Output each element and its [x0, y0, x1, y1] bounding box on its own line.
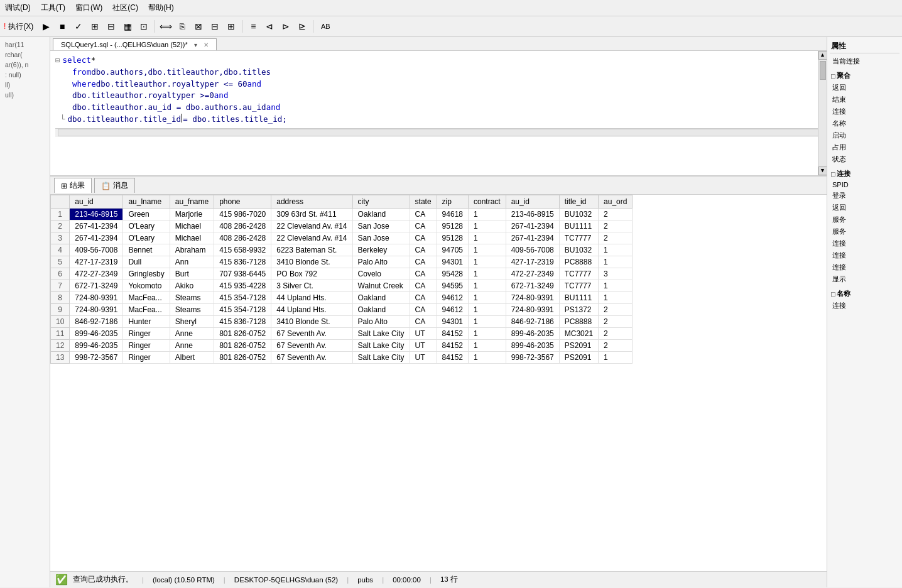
table-cell[interactable]: CA [410, 256, 437, 268]
table-cell[interactable]: 95428 [437, 268, 468, 280]
toolbar-btn7[interactable]: ⊠ [191, 19, 206, 34]
table-cell[interactable]: 22 Cleveland Av. #14 [271, 220, 352, 232]
table-cell[interactable]: TC7777 [559, 280, 598, 292]
table-cell[interactable]: 3 [599, 268, 633, 280]
col-contract[interactable]: contract [468, 195, 506, 209]
table-cell[interactable]: 94301 [437, 256, 468, 268]
right-section-item[interactable]: 结束 [830, 94, 899, 106]
table-cell[interactable]: 1 [468, 340, 506, 352]
table-cell[interactable]: PC8888 [559, 256, 598, 268]
table-cell[interactable]: UT [410, 340, 437, 352]
table-cell[interactable]: 2 [599, 232, 633, 244]
table-cell[interactable]: 415 935-4228 [214, 280, 271, 292]
right-collapse-2[interactable]: □ 连接 [830, 168, 899, 180]
col-au_lname[interactable]: au_lname [123, 195, 170, 209]
table-cell[interactable]: 2 [51, 220, 70, 232]
table-cell[interactable]: UT [410, 328, 437, 340]
table-cell[interactable]: 415 354-7128 [214, 304, 271, 316]
table-cell[interactable]: 1 [468, 328, 506, 340]
table-cell[interactable]: 724-80-9391 [506, 292, 559, 304]
table-cell[interactable]: 95128 [437, 232, 468, 244]
tab-close-button[interactable]: ✕ [204, 41, 209, 48]
menu-debug[interactable]: 调试(D) [5, 3, 31, 13]
table-cell[interactable]: MacFea... [123, 304, 170, 316]
table-cell[interactable]: 724-80-9391 [70, 292, 123, 304]
menu-window[interactable]: 窗口(W) [75, 3, 102, 13]
table-cell[interactable]: Burt [170, 268, 214, 280]
toolbar-btn6[interactable]: ⎘ [175, 19, 190, 34]
table-cell[interactable]: CA [410, 304, 437, 316]
table-cell[interactable]: MacFea... [123, 292, 170, 304]
table-cell[interactable]: 11 [51, 328, 70, 340]
toolbar-btn1[interactable]: ⊞ [87, 19, 102, 34]
right-section-item[interactable]: 服务 [830, 214, 899, 226]
table-cell[interactable]: 472-27-2349 [70, 268, 123, 280]
check-button[interactable]: ✓ [71, 19, 86, 34]
right-section-item[interactable]: 服务 [830, 226, 899, 237]
table-cell[interactable]: 899-46-2035 [506, 340, 559, 352]
table-cell[interactable]: Akiko [170, 280, 214, 292]
table-cell[interactable]: Bennet [123, 244, 170, 256]
table-cell[interactable]: Covelo [352, 268, 410, 280]
table-cell[interactable]: Salt Lake City [352, 340, 410, 352]
toolbar-btn12[interactable]: ⊳ [278, 19, 293, 34]
table-cell[interactable]: 1 [468, 292, 506, 304]
table-cell[interactable]: 3410 Blonde St. [271, 256, 352, 268]
right-section-item[interactable]: 连接 [830, 300, 899, 312]
table-cell[interactable]: 672-71-3249 [70, 280, 123, 292]
table-row[interactable]: 8724-80-9391MacFea...Steams415 354-71284… [51, 292, 633, 304]
table-row[interactable]: 2267-41-2394O'LearyMichael408 286-242822… [51, 220, 633, 232]
table-cell[interactable]: 1 [51, 209, 70, 220]
table-cell[interactable]: Sheryl [170, 316, 214, 328]
table-cell[interactable]: 1 [468, 232, 506, 244]
table-cell[interactable]: CA [410, 220, 437, 232]
col-city[interactable]: city [352, 195, 410, 209]
table-row[interactable]: 6472-27-2349GringlesbyBurt707 938-6445PO… [51, 268, 633, 280]
run-button[interactable]: ▶ [38, 19, 53, 34]
table-cell[interactable]: 3 [51, 232, 70, 244]
table-cell[interactable]: San Jose [352, 220, 410, 232]
toolbar-btn14[interactable]: AB [317, 19, 334, 34]
table-cell[interactable]: CA [410, 209, 437, 220]
table-cell[interactable]: 10 [51, 316, 70, 328]
table-cell[interactable]: BU1032 [559, 244, 598, 256]
table-cell[interactable]: Salt Lake City [352, 328, 410, 340]
table-cell[interactable]: 1 [468, 244, 506, 256]
toolbar-btn13[interactable]: ⊵ [295, 19, 310, 34]
table-cell[interactable]: San Jose [352, 232, 410, 244]
table-cell[interactable]: 3 Silver Ct. [271, 280, 352, 292]
table-cell[interactable]: 4 [51, 244, 70, 256]
table-cell[interactable]: 427-17-2319 [506, 256, 559, 268]
table-cell[interactable]: CA [410, 244, 437, 256]
table-cell[interactable]: Ringer [123, 328, 170, 340]
table-cell[interactable]: 899-46-2035 [70, 328, 123, 340]
col-state[interactable]: state [410, 195, 437, 209]
table-cell[interactable]: 84152 [437, 340, 468, 352]
right-section-item[interactable]: SPID [830, 180, 899, 190]
table-cell[interactable]: CA [410, 268, 437, 280]
table-cell[interactable]: 95128 [437, 220, 468, 232]
table-cell[interactable]: 1 [468, 316, 506, 328]
col-au_id2[interactable]: au_id [506, 195, 559, 209]
table-cell[interactable]: 1 [468, 256, 506, 268]
table-cell[interactable]: CA [410, 316, 437, 328]
table-cell[interactable]: 672-71-3249 [506, 280, 559, 292]
table-cell[interactable]: 5 [51, 256, 70, 268]
col-zip[interactable]: zip [437, 195, 468, 209]
table-cell[interactable]: Michael [170, 232, 214, 244]
toolbar-btn11[interactable]: ⊲ [262, 19, 277, 34]
table-cell[interactable]: 84152 [437, 352, 468, 364]
table-cell[interactable]: 1 [599, 352, 633, 364]
col-au_id[interactable]: au_id [70, 195, 123, 209]
table-cell[interactable]: 1 [468, 304, 506, 316]
table-cell[interactable]: 213-46-8915 [506, 209, 559, 220]
col-au_fname[interactable]: au_fname [170, 195, 214, 209]
table-cell[interactable]: 801 826-0752 [214, 340, 271, 352]
table-cell[interactable]: 415 658-9932 [214, 244, 271, 256]
table-cell[interactable]: Hunter [123, 316, 170, 328]
table-cell[interactable]: 267-41-2394 [70, 232, 123, 244]
table-cell[interactable]: 409-56-7008 [70, 244, 123, 256]
table-cell[interactable]: 267-41-2394 [506, 232, 559, 244]
table-cell[interactable]: Anne [170, 340, 214, 352]
table-cell[interactable]: 1 [599, 280, 633, 292]
